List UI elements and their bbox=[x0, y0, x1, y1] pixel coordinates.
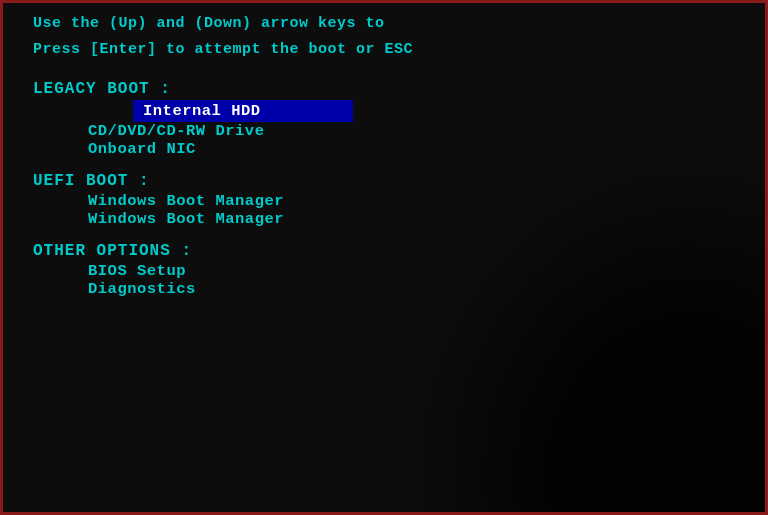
internal-hdd-wrapper[interactable]: Internal HDD bbox=[33, 100, 735, 122]
header-line-1: Use the (Up) and (Down) arrow keys to bbox=[33, 11, 735, 37]
boot-menu: LEGACY BOOT : Internal HDD CD/DVD/CD-RW … bbox=[33, 80, 735, 298]
onboard-nic-item[interactable]: Onboard NIC bbox=[88, 138, 196, 160]
diagnostics-item[interactable]: Diagnostics bbox=[88, 278, 196, 300]
header-line-2: Press [Enter] to attempt the boot or ESC bbox=[33, 37, 735, 63]
internal-hdd-item[interactable]: Internal HDD bbox=[133, 100, 353, 122]
bios-screen: Use the (Up) and (Down) arrow keys to Pr… bbox=[0, 0, 768, 515]
windows-boot-2-item[interactable]: Windows Boot Manager bbox=[88, 208, 284, 230]
other-options-label: OTHER OPTIONS : bbox=[33, 242, 735, 260]
diagnostics-wrapper[interactable]: Diagnostics bbox=[33, 280, 735, 298]
windows-boot-2-wrapper[interactable]: Windows Boot Manager bbox=[33, 210, 735, 228]
header-section: Use the (Up) and (Down) arrow keys to Pr… bbox=[33, 3, 735, 62]
uefi-boot-label: UEFI BOOT : bbox=[33, 172, 735, 190]
legacy-boot-label: LEGACY BOOT : bbox=[33, 80, 735, 98]
onboard-nic-wrapper[interactable]: Onboard NIC bbox=[33, 140, 735, 158]
